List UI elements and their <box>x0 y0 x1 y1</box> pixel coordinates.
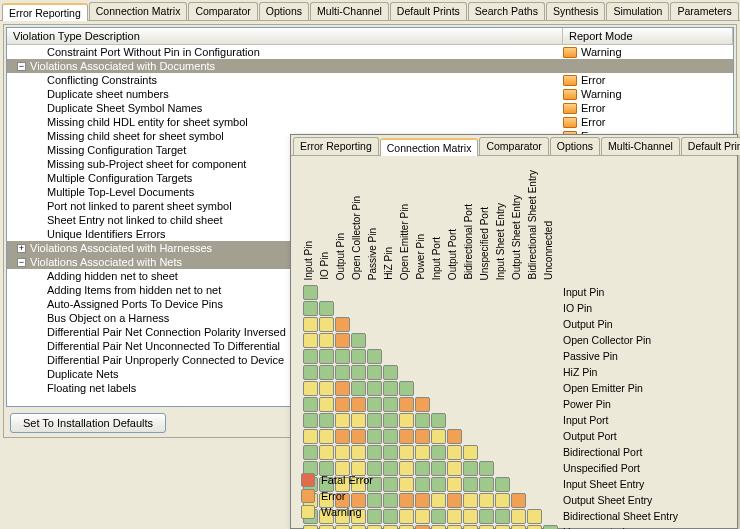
violation-row[interactable]: Constraint Port Without Pin in Configura… <box>7 45 733 59</box>
matrix-cell[interactable] <box>399 477 414 492</box>
matrix-cell[interactable] <box>399 445 414 460</box>
matrix-cell[interactable] <box>319 365 334 380</box>
matrix-cell[interactable] <box>447 477 462 492</box>
matrix-cell[interactable] <box>319 445 334 460</box>
matrix-cell[interactable] <box>511 493 526 508</box>
main-tab-search-paths[interactable]: Search Paths <box>468 2 545 20</box>
matrix-cell[interactable] <box>383 365 398 380</box>
matrix-cell[interactable] <box>303 333 318 348</box>
matrix-cell[interactable] <box>431 509 446 524</box>
matrix-cell[interactable] <box>399 381 414 396</box>
matrix-cell[interactable] <box>335 317 350 332</box>
matrix-cell[interactable] <box>431 477 446 492</box>
report-mode-cell[interactable]: Warning <box>563 46 733 58</box>
matrix-cell[interactable] <box>351 333 366 348</box>
matrix-cell[interactable] <box>335 397 350 412</box>
set-defaults-button[interactable]: Set To Installation Defaults <box>10 413 166 433</box>
matrix-cell[interactable] <box>431 461 446 476</box>
matrix-cell[interactable] <box>463 509 478 524</box>
col-header-report-mode[interactable]: Report Mode <box>563 28 733 44</box>
violation-row[interactable]: Duplicate sheet numbersWarning <box>7 87 733 101</box>
main-tab-default-prints[interactable]: Default Prints <box>390 2 467 20</box>
matrix-cell[interactable] <box>399 493 414 508</box>
matrix-cell[interactable] <box>367 397 382 412</box>
matrix-cell[interactable] <box>447 429 462 444</box>
matrix-cell[interactable] <box>447 509 462 524</box>
matrix-cell[interactable] <box>383 413 398 428</box>
matrix-cell[interactable] <box>303 397 318 412</box>
matrix-cell[interactable] <box>303 445 318 460</box>
float-tab-default-prints[interactable]: Default Prints <box>681 137 740 155</box>
matrix-cell[interactable] <box>415 509 430 524</box>
matrix-cell[interactable] <box>495 525 510 530</box>
matrix-cell[interactable] <box>319 397 334 412</box>
report-mode-cell[interactable]: Error <box>563 116 733 128</box>
matrix-cell[interactable] <box>303 285 318 300</box>
violation-row[interactable]: Conflicting ConstraintsError <box>7 73 733 87</box>
matrix-cell[interactable] <box>447 493 462 508</box>
matrix-cell[interactable] <box>383 509 398 524</box>
matrix-cell[interactable] <box>415 493 430 508</box>
float-tab-multi-channel[interactable]: Multi-Channel <box>601 137 680 155</box>
matrix-cell[interactable] <box>335 445 350 460</box>
matrix-cell[interactable] <box>479 461 494 476</box>
matrix-cell[interactable] <box>463 525 478 530</box>
matrix-cell[interactable] <box>399 429 414 444</box>
matrix-cell[interactable] <box>527 525 542 530</box>
report-mode-cell[interactable]: Error <box>563 102 733 114</box>
matrix-cell[interactable] <box>367 381 382 396</box>
float-tab-comparator[interactable]: Comparator <box>479 137 548 155</box>
main-tab-options[interactable]: Options <box>259 2 309 20</box>
matrix-cell[interactable] <box>479 477 494 492</box>
matrix-cell[interactable] <box>335 525 350 530</box>
matrix-cell[interactable] <box>335 365 350 380</box>
matrix-cell[interactable] <box>319 413 334 428</box>
matrix-cell[interactable] <box>383 381 398 396</box>
matrix-cell[interactable] <box>415 445 430 460</box>
matrix-cell[interactable] <box>351 525 366 530</box>
main-tab-multi-channel[interactable]: Multi-Channel <box>310 2 389 20</box>
violation-row[interactable]: Duplicate Sheet Symbol NamesError <box>7 101 733 115</box>
matrix-cell[interactable] <box>319 301 334 316</box>
matrix-cell[interactable] <box>399 525 414 530</box>
float-tab-connection-matrix[interactable]: Connection Matrix <box>380 138 479 156</box>
matrix-cell[interactable] <box>415 429 430 444</box>
matrix-cell[interactable] <box>351 445 366 460</box>
matrix-cell[interactable] <box>415 477 430 492</box>
main-tab-synthesis[interactable]: Synthesis <box>546 2 606 20</box>
matrix-cell[interactable] <box>447 445 462 460</box>
matrix-cell[interactable] <box>383 461 398 476</box>
matrix-cell[interactable] <box>383 477 398 492</box>
matrix-cell[interactable] <box>303 349 318 364</box>
matrix-cell[interactable] <box>479 525 494 530</box>
matrix-cell[interactable] <box>415 461 430 476</box>
matrix-cell[interactable] <box>351 429 366 444</box>
matrix-cell[interactable] <box>303 429 318 444</box>
matrix-cell[interactable] <box>383 493 398 508</box>
matrix-cell[interactable] <box>351 381 366 396</box>
matrix-cell[interactable] <box>495 477 510 492</box>
matrix-cell[interactable] <box>431 525 446 530</box>
matrix-cell[interactable] <box>351 349 366 364</box>
matrix-cell[interactable] <box>463 477 478 492</box>
matrix-cell[interactable] <box>303 381 318 396</box>
matrix-cell[interactable] <box>383 429 398 444</box>
main-tab-parameters[interactable]: Parameters <box>670 2 738 20</box>
matrix-cell[interactable] <box>543 525 558 530</box>
matrix-cell[interactable] <box>303 365 318 380</box>
matrix-cell[interactable] <box>399 413 414 428</box>
float-tab-options[interactable]: Options <box>550 137 600 155</box>
matrix-cell[interactable] <box>447 525 462 530</box>
matrix-cell[interactable] <box>479 509 494 524</box>
matrix-cell[interactable] <box>399 397 414 412</box>
matrix-cell[interactable] <box>511 525 526 530</box>
matrix-cell[interactable] <box>511 509 526 524</box>
collapse-icon[interactable]: − <box>17 258 26 267</box>
matrix-cell[interactable] <box>431 413 446 428</box>
matrix-cell[interactable] <box>319 429 334 444</box>
matrix-cell[interactable] <box>303 525 318 530</box>
matrix-cell[interactable] <box>319 381 334 396</box>
matrix-cell[interactable] <box>383 525 398 530</box>
matrix-cell[interactable] <box>495 493 510 508</box>
matrix-cell[interactable] <box>351 365 366 380</box>
